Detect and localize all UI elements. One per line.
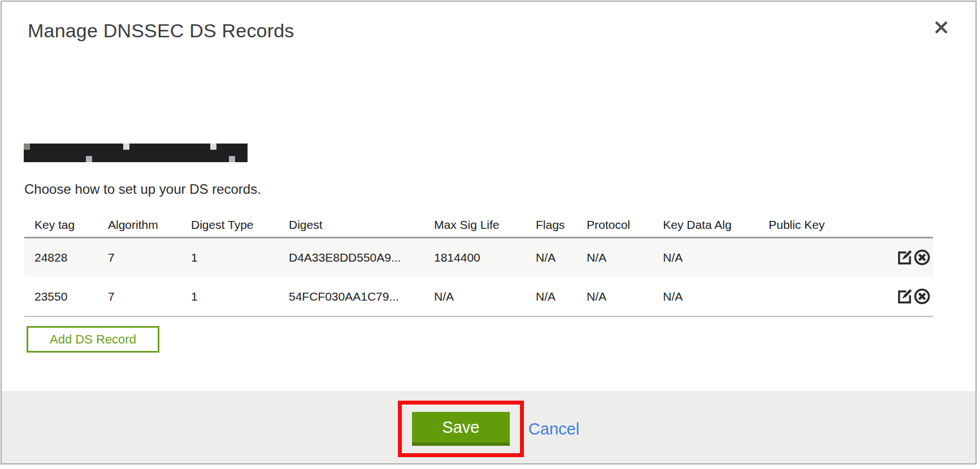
redacted-pixel: [154, 156, 161, 162]
redacted-pixel: [36, 150, 42, 156]
redacted-pixel: [55, 144, 61, 150]
redacted-pixel: [111, 156, 117, 162]
column-header-flags: Flags: [536, 213, 587, 237]
redacted-pixel: [136, 156, 142, 162]
cell-flags: N/A: [536, 237, 587, 277]
redacted-pixel: [105, 156, 111, 162]
redacted-pixel: [123, 150, 129, 156]
redacted-pixel: [198, 144, 204, 150]
delete-record-button[interactable]: [913, 288, 931, 305]
cell-key-data-alg: N/A: [663, 237, 769, 277]
redacted-pixel: [67, 144, 73, 150]
redacted-pixel: [98, 144, 105, 150]
redacted-pixel: [98, 150, 105, 156]
redacted-pixel: [129, 144, 136, 150]
redacted-pixel: [49, 144, 55, 150]
cell-digest: 54FCF030AA1C79...: [289, 277, 434, 316]
redacted-pixel: [185, 150, 192, 156]
redacted-pixel: [148, 150, 154, 156]
ds-record-row: 235507154FCF030AA1C79...N/AN/AN/AN/A: [24, 277, 933, 316]
redacted-pixel: [24, 150, 30, 156]
column-header-key-tag: Key tag: [24, 213, 108, 237]
redacted-pixel: [30, 144, 36, 150]
edit-icon: [896, 298, 913, 307]
save-button[interactable]: Save: [412, 412, 510, 446]
delete-circle-x-icon: [913, 259, 931, 268]
redacted-pixel: [148, 144, 154, 150]
redacted-pixel: [117, 156, 123, 162]
redacted-pixel: [235, 156, 241, 162]
redacted-pixel: [161, 144, 167, 150]
cell-digest: D4A33E8DD550A9...: [289, 237, 434, 277]
redacted-pixel: [92, 150, 98, 156]
redacted-pixel: [210, 150, 216, 156]
add-ds-record-button[interactable]: Add DS Record: [27, 326, 159, 353]
redacted-pixel: [67, 150, 73, 156]
cell-algorithm: 7: [108, 277, 191, 316]
redacted-pixel: [192, 144, 198, 150]
ds-record-row: 2482871D4A33E8DD550A9...1814400N/AN/AN/A: [24, 237, 933, 277]
redacted-pixel: [204, 144, 210, 150]
redacted-pixel: [229, 150, 235, 156]
cell-protocol: N/A: [587, 237, 663, 277]
cell-public-key: [769, 277, 892, 316]
redacted-pixel: [129, 156, 136, 162]
redacted-pixel: [49, 156, 55, 162]
redacted-pixel: [216, 150, 223, 156]
redacted-pixel: [80, 144, 86, 150]
redacted-pixel: [204, 156, 210, 162]
redacted-pixel: [173, 144, 179, 150]
redacted-pixel: [55, 150, 61, 156]
redacted-pixel: [123, 144, 129, 150]
cell-key-tag: 24828: [24, 237, 108, 277]
redacted-pixel: [198, 156, 204, 162]
redacted-pixel: [142, 150, 148, 156]
redacted-pixel: [192, 150, 198, 156]
redacted-pixel: [73, 144, 80, 150]
cell-max-sig-life: 1814400: [434, 237, 536, 277]
redacted-pixel: [216, 156, 223, 162]
table-header-row: Key tagAlgorithmDigest TypeDigestMax Sig…: [24, 213, 933, 237]
redacted-pixel: [210, 144, 216, 150]
redacted-pixel: [173, 150, 179, 156]
cell-max-sig-life: N/A: [434, 277, 536, 316]
redacted-pixel: [161, 150, 167, 156]
edit-record-button[interactable]: [896, 288, 913, 305]
cell-key-data-alg: N/A: [663, 277, 769, 316]
redacted-pixel: [229, 144, 235, 150]
column-header-protocol: Protocol: [587, 213, 663, 237]
delete-circle-x-icon: [913, 298, 931, 307]
redacted-pixel: [241, 150, 248, 156]
redacted-pixel: [61, 150, 67, 156]
redacted-pixel: [86, 144, 92, 150]
redacted-pixel: [98, 156, 105, 162]
save-highlight-annotation: Save: [398, 401, 524, 457]
redacted-pixel: [61, 144, 67, 150]
redacted-pixel: [167, 144, 173, 150]
cancel-link[interactable]: Cancel: [528, 420, 579, 438]
redacted-pixel: [142, 156, 148, 162]
redacted-pixel: [179, 156, 185, 162]
redacted-pixel: [223, 156, 229, 162]
column-header-algorithm: Algorithm: [108, 213, 191, 237]
close-button[interactable]: [931, 18, 951, 37]
column-header-key-data-alg: Key Data Alg: [663, 213, 769, 237]
delete-record-button[interactable]: [913, 249, 931, 266]
redacted-pixel: [55, 156, 61, 162]
redacted-pixel: [49, 150, 55, 156]
redacted-pixel: [42, 150, 49, 156]
redacted-pixel: [223, 150, 229, 156]
redacted-pixel: [117, 144, 123, 150]
redacted-pixel: [80, 150, 86, 156]
redacted-pixel: [229, 156, 235, 162]
redacted-pixel: [129, 150, 136, 156]
redacted-domain-name: [24, 144, 248, 162]
edit-record-button[interactable]: [896, 249, 913, 266]
redacted-pixel: [192, 156, 198, 162]
redacted-pixel: [86, 150, 92, 156]
redacted-pixel: [80, 156, 86, 162]
column-header-digest-type: Digest Type: [191, 213, 289, 237]
redacted-pixel: [42, 156, 49, 162]
column-header-public-key: Public Key: [769, 213, 892, 237]
redacted-pixel: [61, 156, 67, 162]
